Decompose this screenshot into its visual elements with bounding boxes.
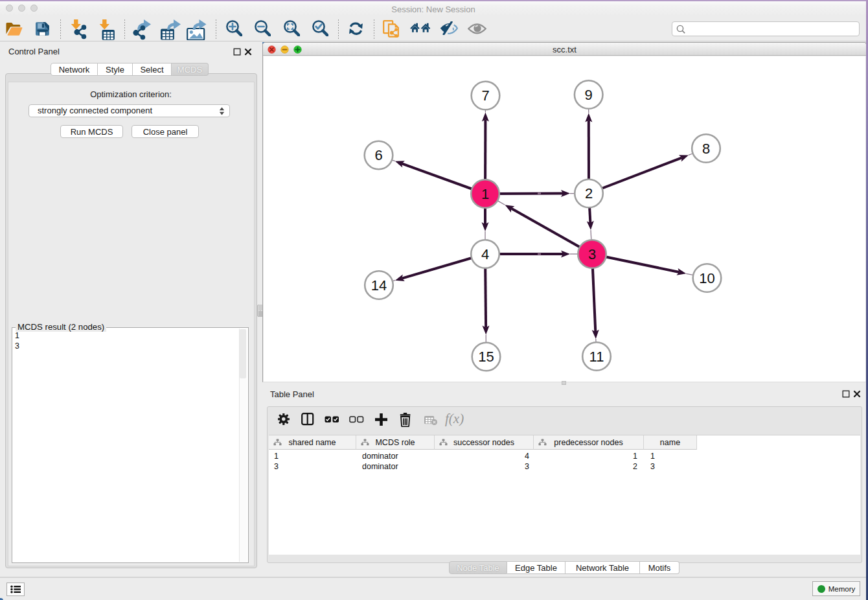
svg-text:10: 10 <box>699 270 714 286</box>
svg-text:7: 7 <box>481 87 489 104</box>
svg-text:2: 2 <box>585 185 593 202</box>
svg-text:3: 3 <box>588 246 596 262</box>
svg-text:11: 11 <box>589 349 604 365</box>
svg-text:15: 15 <box>478 349 494 365</box>
svg-text:14: 14 <box>371 277 387 294</box>
svg-text:1: 1 <box>481 186 489 202</box>
svg-text:6: 6 <box>374 147 382 163</box>
svg-text:9: 9 <box>585 87 593 103</box>
svg-text:4: 4 <box>481 246 489 262</box>
svg-text:8: 8 <box>702 141 710 157</box>
